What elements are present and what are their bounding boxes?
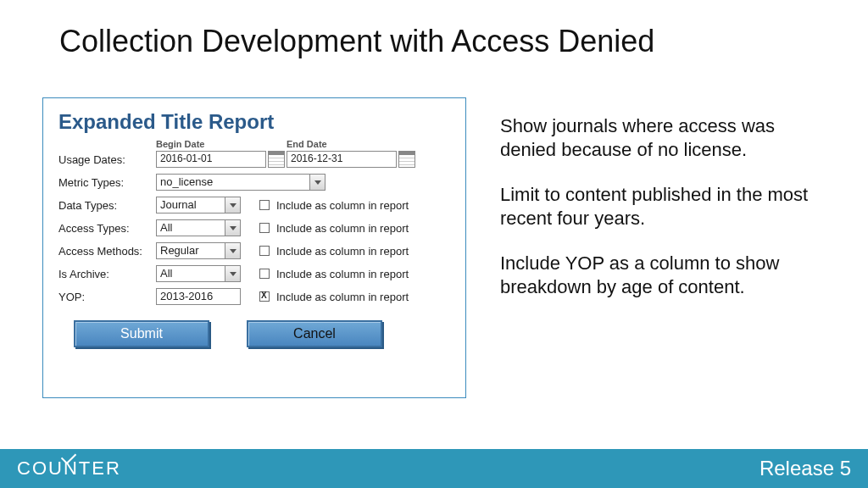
data-types-row: Data Types: Journal Include as column in… (58, 197, 450, 214)
form-heading: Expanded Title Report (58, 110, 450, 134)
include-column-label: Include as column in report (276, 245, 409, 258)
date-headers: Begin Date End Date (156, 139, 450, 149)
usage-dates-label: Usage Dates: (58, 153, 156, 166)
footer-bar: COUNTER Release 5 (0, 449, 868, 488)
button-row: Submit Cancel (58, 320, 450, 347)
is-archive-select[interactable]: All (156, 265, 241, 282)
begin-date-input[interactable]: 2016-01-01 (156, 151, 266, 168)
include-column-label: Include as column in report (276, 268, 409, 280)
usage-dates-row: Usage Dates: 2016-01-01 2016-12-31 (58, 151, 450, 168)
is-archive-value: All (160, 267, 172, 280)
metric-types-select[interactable]: no_license (156, 174, 326, 191)
checkmark-icon: N (64, 458, 79, 480)
submit-button[interactable]: Submit (74, 320, 209, 347)
chevron-down-icon[interactable] (225, 243, 240, 258)
chevron-down-icon[interactable] (225, 197, 240, 213)
include-column-checkbox[interactable] (259, 246, 270, 256)
access-methods-label: Access Methods: (58, 245, 156, 258)
begin-date-header: Begin Date (156, 139, 283, 149)
include-column-label: Include as column in report (276, 291, 409, 303)
data-types-label: Data Types: (58, 199, 156, 212)
yop-input[interactable]: 2013-2016 (156, 288, 241, 305)
side-paragraph: Limit to content published in the most r… (500, 183, 822, 230)
include-column-checkbox[interactable] (259, 291, 270, 302)
slide-title: Collection Development with Access Denie… (59, 24, 654, 59)
calendar-icon[interactable] (268, 151, 285, 168)
logo-text-right: TER (79, 458, 121, 479)
side-paragraph: Include YOP as a column to show breakdow… (500, 252, 822, 298)
access-types-row: Access Types: All Include as column in r… (58, 219, 450, 236)
end-date-input[interactable]: 2016-12-31 (287, 151, 397, 168)
include-column-checkbox[interactable] (259, 200, 270, 210)
release-label: Release 5 (760, 457, 851, 480)
metric-types-value: no_license (160, 175, 213, 188)
chevron-down-icon[interactable] (309, 175, 325, 190)
metric-types-label: Metric Types: (58, 176, 156, 189)
is-archive-row: Is Archive: All Include as column in rep… (58, 265, 450, 282)
chevron-down-icon[interactable] (225, 266, 240, 281)
data-types-value: Journal (160, 198, 197, 211)
access-types-label: Access Types: (58, 222, 156, 235)
metric-types-row: Metric Types: no_license (58, 174, 450, 191)
include-column-label: Include as column in report (276, 222, 409, 235)
access-types-select[interactable]: All (156, 219, 241, 236)
side-paragraph: Show journals where access was denied be… (500, 114, 822, 161)
cancel-button[interactable]: Cancel (247, 320, 382, 347)
access-types-value: All (160, 221, 172, 234)
end-date-header: End Date (287, 139, 327, 149)
access-methods-row: Access Methods: Regular Include as colum… (58, 242, 450, 259)
include-column-checkbox[interactable] (259, 223, 270, 233)
include-column-label: Include as column in report (276, 199, 409, 212)
data-types-select[interactable]: Journal (156, 197, 241, 214)
report-form-panel: Expanded Title Report Begin Date End Dat… (42, 97, 466, 398)
chevron-down-icon[interactable] (225, 220, 240, 236)
include-column-checkbox[interactable] (259, 269, 270, 279)
logo-text-left: COU (17, 458, 64, 479)
side-notes: Show journals where access was denied be… (500, 114, 822, 320)
access-methods-select[interactable]: Regular (156, 242, 241, 259)
yop-row: YOP: 2013-2016 Include as column in repo… (58, 288, 450, 305)
access-methods-value: Regular (160, 244, 199, 257)
counter-logo: COUNTER (17, 458, 121, 480)
calendar-icon[interactable] (398, 151, 415, 168)
is-archive-label: Is Archive: (58, 268, 156, 280)
yop-label: YOP: (58, 291, 156, 303)
